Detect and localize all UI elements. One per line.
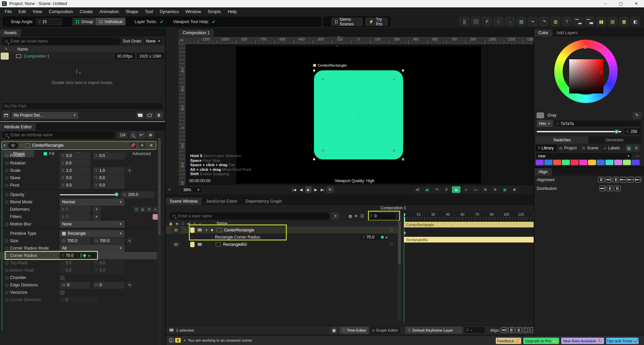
pin-button[interactable]: 📌 (129, 142, 137, 149)
attribute-layer-header[interactable]: ▼ CenterRectangle 📌 ✛ ✕ (1, 141, 156, 150)
tab-scene-window[interactable]: Scene Window (166, 198, 202, 205)
layer-color-swatch[interactable] (190, 227, 195, 233)
menu-window[interactable]: Window (182, 9, 204, 14)
keyframe-toggle[interactable] (390, 228, 393, 231)
layer-row-centerrectangle[interactable]: ▼ CenterRectangle (166, 226, 398, 233)
value-field[interactable]: #8 (60, 296, 97, 303)
tab-color[interactable]: Color (534, 29, 552, 37)
drag-handle-icon[interactable]: ⋮ (5, 20, 8, 23)
saturation-selector-dot[interactable] (600, 71, 603, 74)
menu-composition[interactable]: Composition (45, 9, 76, 14)
count-field[interactable]: ≡0 (60, 206, 91, 213)
status-button-2[interactable]: Upgrade to Pro 🙌 (523, 338, 559, 344)
saturation-square[interactable] (569, 59, 603, 93)
palette-swatch[interactable] (597, 160, 605, 165)
hex-mode-dropdown[interactable]: Hex▼ (537, 120, 553, 127)
keyframe-dot-icon[interactable] (5, 262, 8, 265)
time-editor-button[interactable]: ☰Time Editor (339, 327, 369, 334)
align-middle-v-button[interactable] (628, 177, 634, 183)
palette-swatch[interactable] (614, 160, 622, 165)
distribute-v-button[interactable] (607, 186, 613, 191)
tab-viewport-composition[interactable]: Composition 1 (179, 29, 214, 37)
duplicate-icon[interactable]: ⧉ (491, 186, 499, 193)
link-toggle[interactable]: ⇅ (127, 167, 132, 174)
dropdown-primitive-type[interactable]: Rectangle▼ (60, 230, 124, 237)
eyedropper-button[interactable]: ✎ (633, 112, 641, 119)
alpha-value-field[interactable]: A255 (624, 128, 641, 135)
attribute-scrollbar[interactable] (158, 137, 161, 345)
speaker-icon[interactable]: ◀) (423, 186, 431, 193)
expression-arrow-icon[interactable]: ▶ (89, 254, 91, 257)
bounding-box-icon[interactable] (523, 327, 529, 333)
project-dropdown[interactable]: No Project Set...▼ (11, 112, 78, 119)
status-button-4[interactable]: Tips and Tricks 🚀 (606, 338, 639, 344)
skip-start-button[interactable]: |◀ (291, 186, 298, 193)
expand-tools-icon[interactable]: » (168, 187, 171, 192)
radius-handle[interactable] (322, 78, 324, 80)
value-field[interactable]: Y1.0 (93, 167, 124, 174)
value-field[interactable]: R5.0 (93, 267, 124, 274)
panel-divider-accent[interactable] (0, 121, 165, 122)
import-hint-text[interactable]: Double click here to import Assets. (0, 80, 165, 85)
tab-assets[interactable]: Assets (0, 29, 21, 37)
log-icon[interactable] (169, 338, 173, 342)
hue-selector-dot[interactable] (584, 46, 587, 49)
expression-arrow-icon[interactable]: ▶ (386, 236, 388, 239)
list-view-icon[interactable]: ≡ (633, 145, 640, 151)
keyframe-dot-icon[interactable] (5, 276, 8, 279)
drag-handle-icon[interactable]: ⋮ (326, 20, 329, 23)
keyframe-dot-icon[interactable] (5, 201, 8, 204)
rows-icon[interactable]: ▤ (608, 17, 617, 26)
keyframe-dot-icon[interactable] (5, 247, 8, 250)
palette-swatch[interactable] (536, 160, 544, 165)
tag-column-icon[interactable]: ▱ (199, 222, 201, 225)
graph-editor-button[interactable]: ⊿Graph Editor (369, 327, 401, 334)
layout-green-icon[interactable]: ▤ (517, 17, 526, 26)
deformer-list-icon[interactable]: ☰ (133, 207, 139, 212)
skip-icon[interactable]: » (462, 186, 470, 193)
palette-swatch[interactable] (623, 160, 631, 165)
frame-jump-field[interactable]: F- (464, 327, 485, 334)
grid-view-icon[interactable]: ▦ (626, 145, 632, 151)
layer-tools-check-icon[interactable]: ✓ (160, 19, 164, 24)
gear-icon[interactable]: ⚙ (510, 186, 519, 193)
snap-angle-field[interactable]: # 15 (36, 18, 62, 25)
menu-file[interactable]: File (1, 9, 15, 14)
distribute-grid-button[interactable] (614, 186, 621, 191)
keyframe-dot-icon[interactable] (5, 193, 8, 196)
clear-search-icon[interactable]: ⊗ (147, 131, 154, 139)
distribute-v-button[interactable] (508, 327, 515, 333)
menu-create[interactable]: Create (76, 9, 96, 14)
value-field[interactable]: Y0.0 (93, 152, 124, 159)
align-center-h-button[interactable] (605, 177, 612, 183)
viewport-help-check-icon[interactable]: ✓ (212, 19, 216, 24)
alpha-slider[interactable] (537, 131, 621, 132)
tab-add-layers[interactable]: Add Layers (552, 29, 582, 37)
keyframe-dot-icon[interactable] (5, 298, 8, 301)
tag-icon[interactable] (198, 228, 202, 231)
tab-dependency-graph[interactable]: Dependency Graph (241, 198, 286, 205)
slider-knob[interactable] (115, 193, 118, 196)
delete-button[interactable]: 🗑 (155, 112, 163, 119)
labels-tab[interactable]: ▱Labels (601, 146, 623, 150)
scene-tab[interactable]: 🗋Scene (579, 146, 601, 150)
palette-swatch[interactable] (553, 160, 561, 165)
palette-swatch[interactable] (562, 160, 570, 165)
menu-help[interactable]: Help (224, 9, 240, 14)
asset-row-composition[interactable]: Composition 1 30.00fps 1920 x 1080 (0, 52, 165, 60)
attribute-name[interactable]: Rectangle.Corner Radius (215, 235, 260, 239)
opacity-slider[interactable] (60, 194, 117, 195)
dock-button[interactable]: ▣ (330, 327, 337, 333)
deformer-list-icon[interactable]: ⊵ (140, 207, 146, 212)
search-target-icon[interactable] (129, 131, 137, 139)
menu-tool[interactable]: Tool (142, 9, 156, 14)
keyframe-toggle[interactable] (390, 243, 393, 246)
radius-handle[interactable] (393, 78, 395, 80)
project-tab[interactable]: 🗀Project (556, 146, 579, 150)
menu-dynamics[interactable]: Dynamics (156, 9, 182, 14)
palette-swatch[interactable] (579, 160, 587, 165)
tab-attribute-editor[interactable]: Attribute Editor (0, 123, 36, 131)
keyframe-dot-icon[interactable] (5, 223, 8, 226)
demo-scenes-button[interactable]: Demo Scenes (331, 18, 363, 26)
add-deformers-button[interactable]: + (93, 206, 100, 213)
